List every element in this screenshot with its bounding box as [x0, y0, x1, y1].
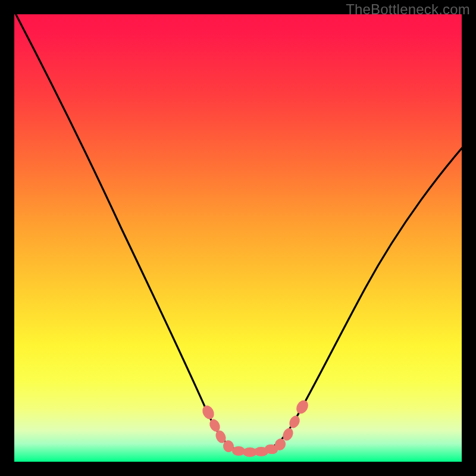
marker-dot — [294, 398, 311, 416]
plot-area — [14, 14, 462, 462]
marker-group — [200, 398, 310, 457]
bottleneck-curve — [14, 14, 462, 452]
marker-dot — [200, 403, 216, 421]
curve-layer — [14, 14, 462, 462]
chart-frame: TheBottleneck.com — [0, 0, 476, 476]
watermark-text: TheBottleneck.com — [346, 1, 470, 18]
